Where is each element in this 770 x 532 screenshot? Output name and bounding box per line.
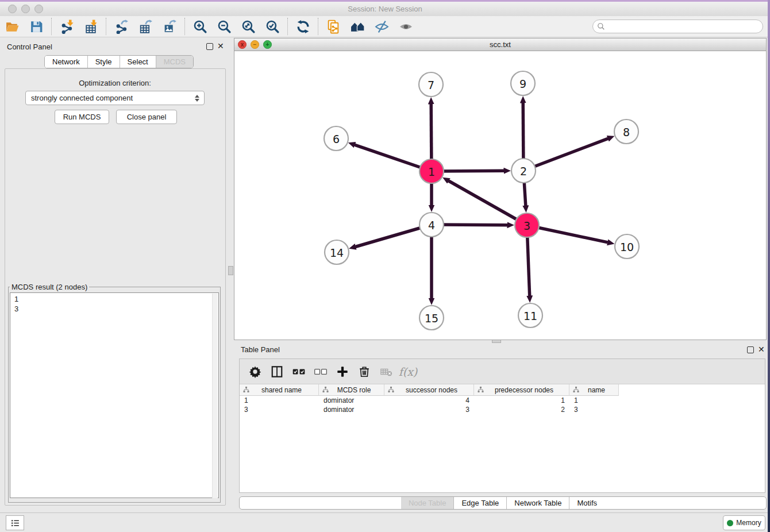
cell-shared-name[interactable]: 1 <box>240 396 319 404</box>
cell-predecessor-nodes[interactable]: 1 <box>474 396 569 404</box>
graph-node-8[interactable]: 8 <box>614 119 638 144</box>
zoom-fit-icon <box>241 20 256 34</box>
graph-node-14[interactable]: 14 <box>325 240 349 264</box>
tab-network[interactable]: Network <box>45 56 88 68</box>
table-panel-header: Table Panel ✕ <box>234 342 767 356</box>
zoom-out-button[interactable] <box>212 17 236 36</box>
control-panel-float-button[interactable] <box>206 43 213 50</box>
cell-name[interactable]: 1 <box>569 396 619 404</box>
split-panel-button[interactable] <box>266 362 288 381</box>
cell-successor-nodes[interactable]: 3 <box>384 406 474 414</box>
window-titlebar[interactable]: Session: New Session <box>0 2 770 17</box>
graph-node-10[interactable]: 10 <box>615 234 639 259</box>
cell-name[interactable]: 3 <box>569 406 619 414</box>
memory-status-icon <box>727 520 733 526</box>
tab-network-table[interactable]: Network Table <box>507 497 569 509</box>
graph-node-1[interactable]: 1 <box>419 159 444 183</box>
graph-node-11[interactable]: 11 <box>518 303 542 327</box>
network-frame-titlebar[interactable]: x − + scc.txt <box>234 38 766 51</box>
node-label: 11 <box>523 310 537 322</box>
tab-node-table[interactable]: Node Table <box>401 497 455 509</box>
zoom-fit-button[interactable] <box>236 17 260 36</box>
window-title: Session: New Session <box>0 5 770 13</box>
cell-predecessor-nodes[interactable]: 2 <box>474 406 569 414</box>
graph-node-7[interactable]: 7 <box>419 72 443 97</box>
vertical-splitter-grip[interactable] <box>228 266 233 275</box>
tab-style[interactable]: Style <box>88 56 120 68</box>
deselect-all-columns-button[interactable] <box>310 362 332 381</box>
mcds-result-list[interactable]: 1 3 <box>10 292 219 498</box>
tab-motifs[interactable]: Motifs <box>569 497 605 509</box>
graph-node-6[interactable]: 6 <box>324 126 348 151</box>
import-table-button[interactable] <box>79 17 103 36</box>
apply-layout-button[interactable] <box>291 17 315 36</box>
run-mcds-button[interactable]: Run MCDS <box>55 110 109 124</box>
table-header-row: shared nameMCDS rolesuccessor nodesprede… <box>240 384 619 396</box>
unchecked-boxes-icon <box>314 365 327 378</box>
zoom-selected-button[interactable] <box>260 17 284 36</box>
delete-column-button[interactable] <box>353 362 375 381</box>
table-panel-title: Table Panel <box>241 345 280 354</box>
edge-2-8[interactable] <box>523 138 608 171</box>
network-graph-canvas[interactable]: 7968124314101511 <box>234 51 766 340</box>
network-frame-title: scc.txt <box>234 40 766 49</box>
save-session-button[interactable] <box>24 17 48 36</box>
table-row[interactable]: 3dominator323 <box>240 405 765 414</box>
checked-boxes-icon <box>292 365 305 378</box>
column-header-successor-nodes[interactable]: successor nodes <box>384 384 474 396</box>
show-navigator-button[interactable] <box>345 17 369 36</box>
export-table-button[interactable] <box>133 17 157 36</box>
export-network-icon <box>114 20 129 34</box>
graph-node-15[interactable]: 15 <box>419 306 444 330</box>
memory-label: Memory <box>736 519 761 527</box>
memory-button[interactable]: Memory <box>723 515 765 530</box>
graph-node-9[interactable]: 9 <box>511 71 535 95</box>
graph-node-3[interactable]: 3 <box>515 213 539 237</box>
open-session-button[interactable] <box>0 17 24 36</box>
hide-details-button[interactable] <box>369 17 394 36</box>
export-image-button[interactable] <box>157 17 182 36</box>
column-header-shared-name[interactable]: shared name <box>240 384 319 396</box>
select-all-columns-button[interactable] <box>288 362 310 381</box>
status-bar <box>0 512 770 532</box>
clone-network-button[interactable] <box>321 17 345 36</box>
table-panel-close-button[interactable]: ✕ <box>758 345 765 353</box>
criterion-value: strongly connected component <box>26 94 192 102</box>
task-history-button[interactable] <box>6 515 24 530</box>
table-row[interactable]: 1dominator411 <box>240 396 765 405</box>
tab-edge-table[interactable]: Edge Table <box>454 497 507 509</box>
eye-icon <box>399 20 413 34</box>
mcds-scrollbar[interactable] <box>212 294 218 498</box>
zoom-in-button[interactable] <box>188 17 212 36</box>
column-header-name[interactable]: name <box>569 384 619 396</box>
export-network-button[interactable] <box>109 17 133 36</box>
node-label: 4 <box>428 219 435 232</box>
graph-node-4[interactable]: 4 <box>419 213 444 237</box>
trash-icon <box>358 365 371 378</box>
cell-shared-name[interactable]: 3 <box>240 406 319 414</box>
attribute-tree-icon <box>388 387 394 393</box>
control-panel-close-button[interactable]: ✕ <box>217 42 224 50</box>
column-header-MCDS-role[interactable]: MCDS role <box>319 384 384 396</box>
tab-select[interactable]: Select <box>120 56 156 68</box>
column-header-predecessor-nodes[interactable]: predecessor nodes <box>474 384 569 396</box>
control-panel-tabs: NetworkStyleSelectMCDS <box>44 55 194 68</box>
edge-3-1[interactable] <box>449 181 527 225</box>
table-panel-float-button[interactable] <box>747 346 754 353</box>
houses-icon <box>351 20 365 34</box>
tab-mcds[interactable]: MCDS <box>156 56 193 68</box>
cell-MCDS-role[interactable]: dominator <box>319 406 384 414</box>
table-settings-button[interactable] <box>244 362 266 381</box>
criterion-dropdown[interactable]: strongly connected component <box>25 91 205 105</box>
show-details-button[interactable] <box>394 17 418 36</box>
cell-MCDS-role[interactable]: dominator <box>319 396 384 404</box>
create-column-button[interactable] <box>332 362 353 381</box>
graph-node-2[interactable]: 2 <box>511 159 536 183</box>
search-field[interactable] <box>592 20 763 33</box>
search-input[interactable] <box>607 22 763 31</box>
close-panel-button[interactable]: Close panel <box>116 110 177 124</box>
import-network-button[interactable] <box>55 17 79 36</box>
table-body: 1dominator4113dominator323 <box>240 396 765 414</box>
cell-successor-nodes[interactable]: 4 <box>384 396 474 404</box>
toolbar-separator <box>318 18 318 35</box>
